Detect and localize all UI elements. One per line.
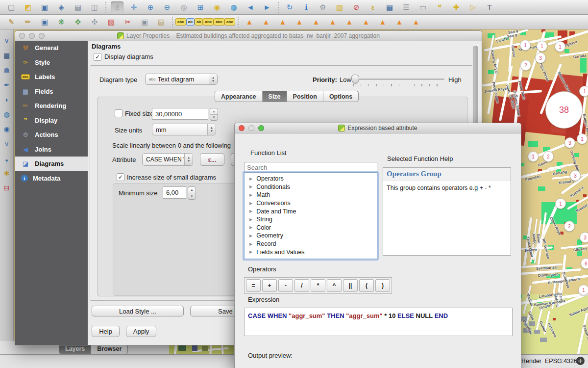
pan-map-icon[interactable]: ☝ xyxy=(111,1,123,13)
layer-properties-titlebar[interactable]: Layer Properties – Estimated buildings a… xyxy=(15,31,482,41)
sidebar-item-style[interactable]: ✑Style xyxy=(15,55,88,70)
tab-options[interactable]: Options xyxy=(323,91,358,102)
function-group-fields-and-values[interactable]: ▶Fields and Values xyxy=(245,248,377,256)
function-group-conditionals[interactable]: ▶Conditionals xyxy=(245,183,377,191)
expand-triangle-icon[interactable]: ▶ xyxy=(249,242,252,246)
current-edits-icon[interactable]: ✎ xyxy=(5,16,18,28)
function-list[interactable]: ▶Operators▶Conditionals▶Math▶Conversions… xyxy=(244,173,377,259)
fixed-size-stepper[interactable]: ▲▼ xyxy=(210,108,218,121)
plugin-flame-1-icon[interactable]: ▲ xyxy=(243,16,256,28)
operator-button[interactable]: ( xyxy=(359,279,374,292)
minimize-icon[interactable] xyxy=(29,33,35,39)
node-tool-icon[interactable]: ✣ xyxy=(88,16,101,28)
sidebar-item-diagrams[interactable]: ◪Diagrams xyxy=(15,157,88,171)
pan-to-selection-icon[interactable]: ✛ xyxy=(127,1,140,13)
operator-button[interactable]: = xyxy=(246,279,261,292)
add-feature-icon[interactable]: ❋ xyxy=(55,16,68,28)
close-icon[interactable] xyxy=(19,33,25,39)
label-rotate-icon[interactable]: abc xyxy=(224,18,235,26)
fixed-size-checkbox[interactable] xyxy=(115,109,122,117)
plugin-gear-icon[interactable]: ▲ xyxy=(360,16,372,28)
composer-manager-icon[interactable]: ◫ xyxy=(88,1,101,13)
expand-triangle-icon[interactable]: ▶ xyxy=(249,184,252,189)
sidebar-item-general[interactable]: ⚒General xyxy=(15,41,88,55)
deselect-features-icon[interactable]: ⊘ xyxy=(350,1,363,13)
add-raster-layer-icon[interactable]: ▦ xyxy=(0,50,13,61)
expand-triangle-icon[interactable]: ▶ xyxy=(249,209,252,213)
plugin-reload-icon[interactable]: ▲ xyxy=(276,16,289,28)
sidebar-item-display[interactable]: ❞Display xyxy=(15,113,88,128)
function-group-string[interactable]: ▶String xyxy=(245,215,377,224)
zoom-full-icon[interactable]: ⊞ xyxy=(194,1,207,13)
size-units-dropdown[interactable]: mm ▲▼ xyxy=(152,124,216,135)
plugin-tools-icon[interactable]: ▲ xyxy=(410,16,422,28)
remove-layer-icon[interactable]: ⊟ xyxy=(0,182,13,194)
save-edits-icon[interactable]: ▣ xyxy=(38,16,51,28)
paste-features-icon[interactable]: ▤ xyxy=(155,16,168,28)
zoom-window-icon[interactable] xyxy=(258,125,264,131)
zoom-native-icon[interactable]: ◎ xyxy=(177,1,190,13)
function-group-geometry[interactable]: ▶Geometry xyxy=(245,232,377,240)
cut-features-icon[interactable]: ✂ xyxy=(122,16,134,28)
label-ab-pinned-icon[interactable]: ab xyxy=(186,18,195,26)
plugin-adjust-icon[interactable]: ▲ xyxy=(293,16,306,28)
move-feature-icon[interactable]: ✥ xyxy=(72,16,84,28)
zoom-last-icon[interactable]: ◄ xyxy=(244,1,257,13)
operator-button[interactable]: * xyxy=(311,279,325,292)
add-wcs-layer-icon[interactable]: ◉ xyxy=(0,123,13,135)
label-ab-icon[interactable]: ab xyxy=(195,18,203,26)
add-delimited-text-layer-icon[interactable]: ❟ xyxy=(0,153,13,164)
expand-triangle-icon[interactable]: ▶ xyxy=(249,217,252,222)
increase-size-checkbox[interactable]: ✓ xyxy=(117,173,124,181)
load-style-button[interactable]: Load Style ... xyxy=(92,306,184,316)
minimize-icon[interactable] xyxy=(248,125,254,131)
operator-button[interactable]: + xyxy=(262,279,277,292)
function-group-math[interactable]: ▶Math xyxy=(245,191,377,199)
open-project-icon[interactable]: ◩ xyxy=(22,1,34,13)
minimum-size-field[interactable]: 6,00 xyxy=(163,186,186,199)
expand-triangle-icon[interactable]: ▶ xyxy=(249,201,252,206)
toggle-editing-icon[interactable]: ✏ xyxy=(22,16,34,28)
new-shapefile-layer-icon[interactable]: ✱ xyxy=(0,167,13,179)
label-show-hide-icon[interactable]: abc xyxy=(203,18,214,26)
new-bookmark-icon[interactable]: ✚ xyxy=(450,1,463,13)
zoom-to-selection-icon[interactable]: ◉ xyxy=(211,1,223,13)
add-wms-layer-icon[interactable]: ◍ xyxy=(0,108,13,120)
tab-size[interactable]: Size xyxy=(263,91,287,102)
attribute-dropdown[interactable]: CASE WHEN " ▲▼ xyxy=(142,153,193,166)
add-wfs-layer-icon[interactable]: ∨ xyxy=(0,138,13,150)
function-group-record[interactable]: ▶Record xyxy=(245,240,377,248)
expression-builder-button[interactable]: ε... xyxy=(200,153,224,166)
plugin-download-icon[interactable]: ▲ xyxy=(376,16,389,28)
operator-button[interactable]: - xyxy=(278,279,293,292)
plugin-user-icon[interactable]: ▲ xyxy=(326,16,339,28)
sidebar-item-rendering[interactable]: ✏Rendering xyxy=(15,99,88,113)
add-vector-layer-icon[interactable]: ∨ xyxy=(0,35,13,47)
operator-button[interactable]: ^ xyxy=(327,279,342,292)
copy-features-icon[interactable]: ▣ xyxy=(138,16,151,28)
sidebar-item-labels[interactable]: abcLabels xyxy=(15,70,88,84)
add-mssql-layer-icon[interactable]: ◗ xyxy=(0,94,13,105)
search-input[interactable] xyxy=(244,162,377,173)
plugin-key-icon[interactable]: ▲ xyxy=(260,16,272,28)
show-bookmarks-icon[interactable]: ▷ xyxy=(466,1,479,13)
fixed-size-field[interactable]: 30,00000 xyxy=(152,108,208,120)
zoom-in-icon[interactable]: ⊕ xyxy=(144,1,157,13)
priority-slider-track[interactable] xyxy=(350,79,444,80)
save-project-icon[interactable]: ▣ xyxy=(38,1,51,13)
plugin-database-icon[interactable]: ▲ xyxy=(393,16,406,28)
sidebar-item-actions[interactable]: ⚙Actions xyxy=(15,128,88,142)
operator-button[interactable]: ) xyxy=(375,279,390,292)
function-group-color[interactable]: ▶Color xyxy=(245,224,377,232)
new-project-icon[interactable]: ▢ xyxy=(5,1,18,13)
add-spatialite-layer-icon[interactable]: ✒ xyxy=(0,79,13,91)
add-postgis-layer-icon[interactable]: ☗ xyxy=(0,64,13,76)
function-group-date-and-time[interactable]: ▶Date and Time xyxy=(245,207,377,215)
identify-icon[interactable]: ℹ xyxy=(300,1,313,13)
tab-appearance[interactable]: Appearance xyxy=(215,91,263,102)
close-icon[interactable] xyxy=(239,125,245,131)
apply-button[interactable]: Apply xyxy=(126,326,156,337)
minimum-size-stepper[interactable]: ▲▼ xyxy=(188,186,196,200)
label-abc-icon[interactable]: abc xyxy=(175,18,186,26)
sidebar-item-joins[interactable]: ◀Joins xyxy=(15,142,88,157)
